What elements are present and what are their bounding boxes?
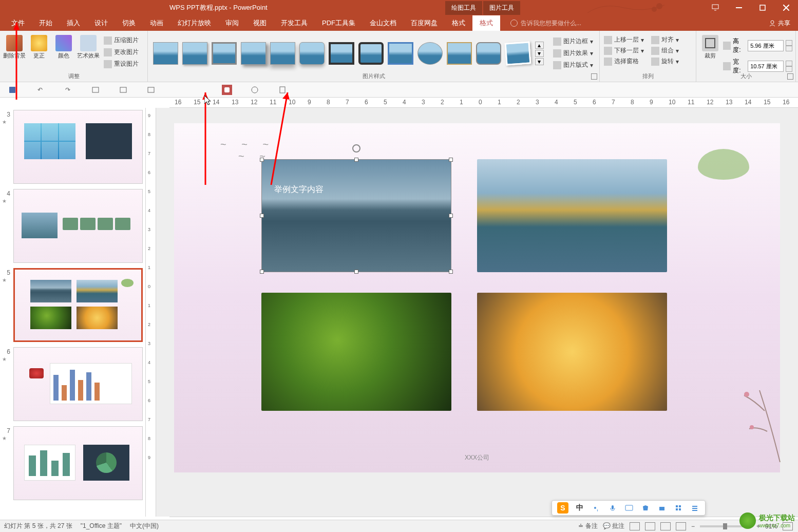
change-picture-button[interactable]: 更改图片 (102, 47, 141, 58)
picture-style-6[interactable] (299, 42, 325, 65)
menu-transition[interactable]: 切换 (115, 15, 143, 31)
resize-handle-n[interactable] (354, 158, 358, 162)
ime-skin-icon[interactable] (640, 503, 651, 513)
slide-image-4[interactable] (477, 293, 667, 411)
menu-format1[interactable]: 格式 (445, 15, 472, 31)
width-down[interactable] (786, 66, 792, 72)
status-language[interactable]: 中文(中国) (130, 522, 159, 530)
send-backward-button[interactable]: 下移一层▾ (603, 46, 645, 55)
reset-picture-button[interactable]: 重设图片 (102, 59, 141, 69)
status-comments-toggle[interactable]: 💬 批注 (603, 522, 624, 530)
slide-thumb-4[interactable]: 4★ (2, 189, 143, 263)
rotate-handle[interactable] (352, 144, 360, 153)
qat-active-tool[interactable] (222, 85, 232, 95)
menu-slideshow[interactable]: 幻灯片放映 (170, 15, 218, 31)
menu-baidu[interactable]: 百度网盘 (404, 15, 445, 31)
ime-lang-toggle[interactable]: 中 (575, 503, 585, 513)
size-launcher[interactable] (787, 73, 793, 80)
zoom-out[interactable]: − (691, 523, 695, 530)
minimize-button[interactable] (727, 0, 751, 15)
view-sorter[interactable] (645, 522, 655, 530)
slide-thumb-3[interactable]: 3★ (2, 110, 143, 184)
menu-insert[interactable]: 插入 (60, 15, 87, 31)
resize-handle-w[interactable] (260, 214, 264, 218)
picture-style-4[interactable] (241, 42, 266, 65)
picture-style-11[interactable] (447, 42, 472, 65)
resize-handle-s[interactable] (354, 270, 358, 274)
view-reading[interactable] (660, 522, 671, 530)
rotate-button[interactable]: 旋转▾ (650, 56, 680, 66)
menu-developer[interactable]: 开发工具 (274, 15, 315, 31)
qat-btn-8[interactable] (250, 85, 260, 95)
selection-pane-button[interactable]: 选择窗格 (603, 56, 645, 66)
close-button[interactable] (774, 0, 798, 15)
horizontal-ruler[interactable]: 1615141312111098765432101234567891011121… (169, 98, 798, 108)
width-input[interactable] (748, 61, 784, 72)
maximize-button[interactable] (751, 0, 774, 15)
color-button[interactable]: 颜色 (52, 35, 75, 69)
slide-canvas[interactable]: ~ ~ ~ ~ ~ 举例文字内容 XXX公司 (174, 123, 780, 472)
picture-style-13[interactable] (505, 41, 531, 65)
resize-handle-ne[interactable] (449, 158, 453, 162)
picture-style-8[interactable] (358, 42, 384, 65)
remove-background-button[interactable]: 删除背景 (3, 35, 26, 69)
picture-style-7[interactable] (329, 42, 354, 65)
menu-design[interactable]: 设计 (87, 15, 115, 31)
qat-btn-9[interactable] (277, 85, 288, 95)
cloud-shape[interactable] (698, 149, 749, 180)
style-gallery-up[interactable]: ▴ (535, 42, 544, 49)
slide-panel[interactable]: 3★ 4★ 5★ 6★ 7★ (0, 108, 146, 517)
height-input[interactable] (748, 40, 784, 51)
corrections-button[interactable]: 更正 (28, 35, 50, 69)
styles-launcher[interactable] (591, 73, 597, 80)
resize-handle-sw[interactable] (260, 270, 264, 274)
ime-keyboard-icon[interactable] (624, 503, 634, 513)
align-button[interactable]: 对齐▾ (650, 35, 680, 45)
bring-forward-button[interactable]: 上移一层▾ (603, 35, 645, 45)
menu-file[interactable]: 文件 (4, 15, 32, 31)
picture-style-3[interactable] (212, 42, 237, 65)
ime-menu-icon[interactable] (690, 503, 700, 513)
qat-save[interactable] (7, 85, 17, 95)
picture-layout-button[interactable]: 图片版式▾ (552, 60, 594, 70)
ime-settings-icon[interactable] (673, 503, 683, 513)
qat-btn-5[interactable] (118, 85, 128, 95)
slide-thumb-7[interactable]: 7★ (2, 426, 143, 500)
menu-format2[interactable]: 格式 (472, 15, 500, 31)
resize-handle-nw[interactable] (260, 158, 264, 162)
artistic-effects-button[interactable]: 艺术效果 (77, 35, 100, 69)
menu-wpsdocs[interactable]: 金山文档 (363, 15, 404, 31)
qat-btn-6[interactable] (146, 85, 156, 95)
ribbon-options-icon[interactable] (704, 0, 727, 15)
menu-view[interactable]: 视图 (246, 15, 274, 31)
slide-thumb-5[interactable]: 5★ (2, 268, 143, 342)
picture-style-12[interactable] (476, 42, 501, 65)
slide-editor[interactable]: ~ ~ ~ ~ ~ 举例文字内容 XXX公司 (156, 108, 798, 517)
qat-redo[interactable]: ↷ (63, 85, 73, 95)
context-tab-draw[interactable]: 绘图工具 (445, 1, 482, 15)
ime-punct-icon[interactable]: •, (591, 503, 601, 513)
menu-home[interactable]: 开始 (32, 15, 60, 31)
style-gallery-more[interactable]: ▾ (535, 58, 544, 65)
slide-image-2[interactable] (477, 159, 667, 272)
style-gallery-down[interactable]: ▾ (535, 50, 544, 57)
slide-thumb-6[interactable]: 6★ (2, 347, 143, 421)
ime-logo-icon[interactable]: S (557, 502, 568, 514)
slide-image-1-selected[interactable]: 举例文字内容 (261, 159, 451, 272)
picture-effects-button[interactable]: 图片效果▾ (552, 48, 594, 59)
qat-undo[interactable]: ↶ (35, 85, 45, 95)
context-tab-picture[interactable]: 图片工具 (483, 1, 520, 15)
picture-style-5[interactable] (270, 42, 295, 65)
slide-image-3[interactable] (261, 293, 451, 411)
picture-style-2[interactable] (182, 42, 207, 65)
resize-handle-se[interactable] (449, 270, 453, 274)
compress-picture-button[interactable]: 压缩图片 (102, 35, 141, 46)
ime-voice-icon[interactable] (607, 503, 618, 513)
vertical-ruler[interactable]: 9876543210123456789 (146, 108, 156, 517)
group-button[interactable]: 组合▾ (650, 46, 680, 55)
qat-from-beginning[interactable] (90, 85, 101, 95)
view-normal[interactable] (630, 522, 640, 530)
height-down[interactable] (786, 46, 792, 51)
width-up[interactable] (786, 61, 792, 66)
menu-animation[interactable]: 动画 (143, 15, 170, 31)
